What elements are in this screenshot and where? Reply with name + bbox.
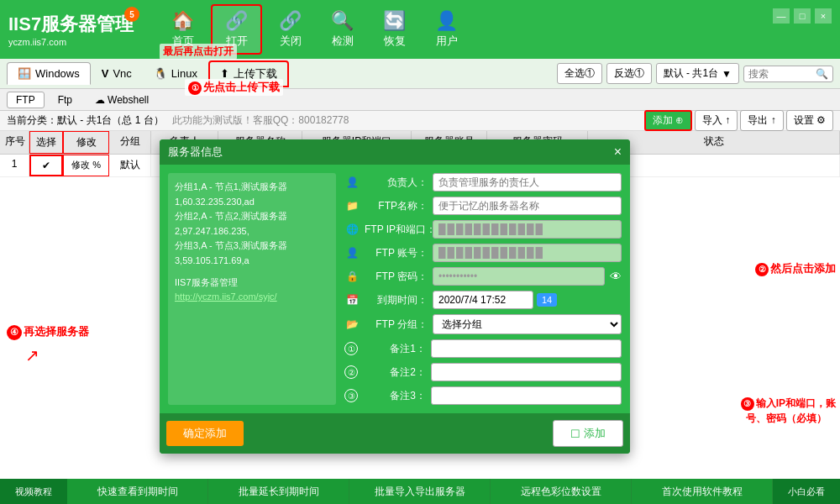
nav-open[interactable]: 🔗 打开 [211,4,262,55]
td-group: 默认 [109,155,151,176]
webshell-icon: ☁ [95,94,105,106]
status-category: 当前分类：默认 - 共1台（总 1 台） [7,113,164,128]
status-tip: 此功能为测试版！客服QQ：800182778 [172,113,349,128]
nav-detect[interactable]: 🔍 检测 [318,6,366,53]
note3-input[interactable] [431,386,622,405]
bottom-side-right: 小白必看 [773,479,840,504]
note2-label: 备注2： [363,365,426,380]
ftp-account-input[interactable] [433,244,622,262]
video-tutorial-label: 视频教程 [15,486,52,498]
maximize-button[interactable]: □ [794,8,811,24]
ftp-name-icon: 📁 [344,200,360,212]
tab-windows[interactable]: 🪟 Windows [7,62,91,85]
bottom-color-setting[interactable]: 远程色彩位数设置 [491,479,632,504]
select-all-button[interactable]: 全选① [557,63,602,84]
nav-restore[interactable]: 🔄 恢复 [370,6,418,53]
main-area: 序号 选择 修改 分组 负责人 服务器名称 服务器IP和端口 服务器账号 服务器… [0,131,840,479]
note1-input[interactable] [431,339,622,358]
add-button-footer[interactable]: ☐ 添加 [553,420,623,447]
action-buttons: 添加 ⊕ 导入 ↑ 导出 ↑ 设置 ⚙ [644,110,833,131]
add-server-button[interactable]: 添加 ⊕ [644,110,692,131]
dialog-close-button[interactable]: × [614,144,622,160]
nav-user-label: 用户 [436,34,458,49]
tab-right-controls: 全选① 反选① 默认 - 共1台 ▼ 🔍 [557,63,833,84]
search-icon: 🔍 [816,68,828,80]
server-info-dialog: 服务器信息 × 分组1,A - 节点1,测试服务器1,60.32.235.230… [160,139,630,454]
windows-icon: 🪟 [18,67,31,80]
add-footer-label: 添加 [584,426,606,441]
linux-icon: 🐧 [154,67,167,80]
dropdown-arrow-icon: ▼ [722,68,732,80]
tab-vnc[interactable]: V Vnc [91,62,143,85]
bottom-quick-expire[interactable]: 快速查看到期时间 [67,479,208,504]
invert-button[interactable]: 反选① [606,63,652,84]
td-num: 1 [0,155,29,176]
bottom-side-left: 视频教程 [0,479,67,504]
close-window-button[interactable]: × [815,8,832,24]
settings-button[interactable]: 设置 ⚙ [786,110,833,131]
ftp-ip-label: FTP IP和端口： [365,223,428,237]
form-row-ftp-group: 📂 FTP 分组： 选择分组 [344,314,622,334]
td-modify[interactable]: 修改 % [63,155,109,176]
nav-home-label: 首页 [172,34,194,49]
tab-linux[interactable]: 🐧 Linux [143,62,208,85]
minimize-button[interactable]: — [773,8,790,24]
th-group: 分组 [109,131,151,154]
expire-input[interactable] [433,291,533,309]
ftp-ip-input[interactable] [433,220,622,239]
import-button[interactable]: 导入 ↑ [695,110,738,131]
confirm-add-button[interactable]: 确定添加 [166,421,244,446]
nav-close[interactable]: 🔗 关闭 [266,6,314,53]
export-button[interactable]: 导出 ↑ [740,110,783,131]
dialog-left-panel: 分组1,A - 节点1,测试服务器1,60.32.235.230,ad 分组2,… [168,173,336,405]
ftp-group-icon: 📂 [344,318,360,330]
nav-home[interactable]: 🏠 首页 [159,6,207,53]
dialog-title: 服务器信息 [168,144,223,160]
ftp-group-select[interactable]: 选择分组 [433,314,622,334]
nav-open-label: 打开 [226,34,248,49]
note2-input[interactable] [431,363,622,381]
bottom-batch-import[interactable]: 批量导入导出服务器 [349,479,491,504]
subtab-ftp2[interactable]: Ftp [49,92,81,108]
subtab-ftp[interactable]: FTP [7,92,45,108]
home-icon: 🏠 [171,10,194,32]
td-checkbox[interactable]: ✔ [29,155,63,176]
close-nav-icon: 🔗 [279,10,302,32]
note3-icon: ③ [344,389,358,402]
search-input[interactable] [748,68,816,80]
th-num: 序号 [0,131,29,154]
th-modify: 修改 [63,131,109,154]
bottom-first-use[interactable]: 首次使用软件教程 [632,479,773,504]
tab-windows-label: Windows [35,67,80,80]
upload-icon: ⬆ [220,67,229,80]
subtab-webshell[interactable]: ☁ Webshell [86,92,158,108]
add-footer-icon: ☐ [570,428,580,440]
nav-restore-label: 恢复 [384,34,406,49]
password-eye-icon[interactable]: 👁 [610,270,622,283]
note1-label: 备注1： [363,342,426,356]
open-icon: 🔗 [225,10,248,32]
note2-icon: ② [344,365,358,379]
nav-detect-label: 检测 [332,34,354,49]
server-link-url[interactable]: http://yczm.iis7.com/syjc/ [175,291,277,302]
app-subtitle: yczm.iis7.com [8,37,134,47]
ftp-password-label: FTP 密码： [365,270,428,284]
server-info-text: 分组1,A - 节点1,测试服务器1,60.32.235.230,ad 分组2,… [175,180,329,269]
owner-input[interactable] [433,173,622,192]
ftp-password-input[interactable] [433,267,605,286]
tab-upload[interactable]: ⬆ 上传下载 [208,60,289,87]
expire-icon: 📅 [344,294,360,306]
form-row-note3: ③ 备注3： [344,386,622,405]
th-select: 选择 [29,131,63,154]
bottom-batch-expire[interactable]: 批量延长到期时间 [208,479,349,504]
nav-user[interactable]: 👤 用户 [423,6,470,53]
ftp-name-input[interactable] [433,197,622,215]
nav-buttons: 🏠 首页 🔗 打开 🔗 关闭 🔍 检测 🔄 恢复 👤 用户 [159,4,470,55]
ftp-group-label: FTP 分组： [365,318,428,332]
window-controls: — □ × [773,8,832,24]
group-dropdown[interactable]: 默认 - 共1台 ▼ [656,63,739,84]
tab-vnc-label: Vnc [113,67,131,80]
calendar-button[interactable]: 14 [537,293,557,307]
ftp-password-icon: 🔒 [344,270,360,282]
user-nav-icon: 👤 [435,10,458,32]
